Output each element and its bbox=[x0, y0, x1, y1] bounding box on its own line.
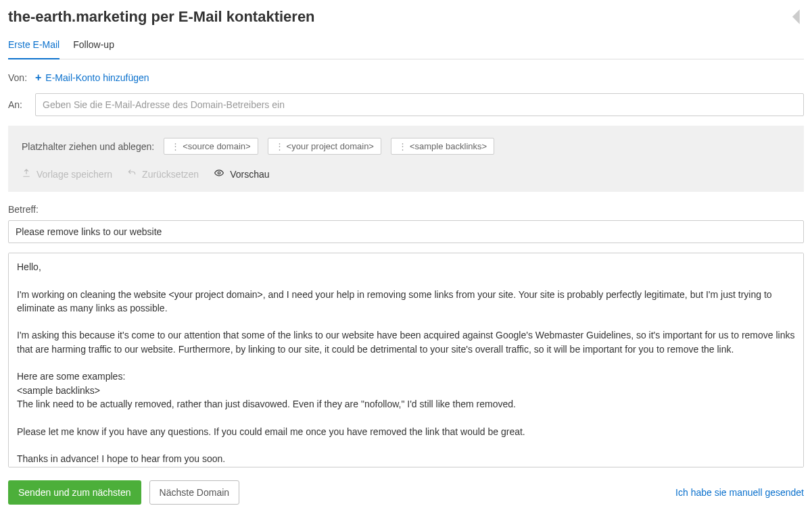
subject-label: Betreff: bbox=[8, 204, 804, 215]
placeholder-panel: Platzhalter ziehen und ablegen: ⋮<source… bbox=[8, 126, 804, 192]
from-row: Von: + E-Mail-Konto hinzufügen bbox=[8, 72, 804, 84]
chip-project-domain[interactable]: ⋮<your project domain> bbox=[268, 138, 381, 155]
chip-sample-backlinks[interactable]: ⋮<sample backlinks> bbox=[391, 138, 494, 155]
tab-first-email[interactable]: Erste E-Mail bbox=[8, 39, 59, 59]
subject-input[interactable] bbox=[8, 220, 804, 243]
to-row: An: bbox=[8, 93, 804, 116]
undo-icon bbox=[127, 168, 137, 180]
footer: Senden und zum nächsten Nächste Domain I… bbox=[8, 480, 804, 505]
upload-icon bbox=[22, 168, 31, 180]
manual-sent-link[interactable]: Ich habe sie manuell gesendet bbox=[675, 487, 804, 498]
from-label: Von: bbox=[8, 72, 28, 83]
add-email-account-label: E-Mail-Konto hinzufügen bbox=[45, 72, 149, 83]
drag-icon: ⋮ bbox=[398, 141, 406, 151]
svg-point-0 bbox=[218, 172, 220, 174]
preview-button[interactable]: Vorschau bbox=[214, 168, 269, 180]
plus-icon: + bbox=[35, 72, 41, 84]
save-template-button: Vorlage speichern bbox=[22, 168, 112, 180]
to-input[interactable] bbox=[35, 93, 804, 116]
page-title: the-earth.marketing per E-Mail kontaktie… bbox=[8, 8, 315, 26]
drag-icon: ⋮ bbox=[275, 141, 283, 151]
body-textarea[interactable] bbox=[8, 253, 804, 467]
next-domain-button[interactable]: Nächste Domain bbox=[149, 480, 240, 505]
to-label: An: bbox=[8, 99, 28, 110]
add-email-account-link[interactable]: + E-Mail-Konto hinzufügen bbox=[35, 72, 149, 84]
send-and-next-button[interactable]: Senden und zum nächsten bbox=[8, 480, 141, 505]
placeholder-label: Platzhalter ziehen und ablegen: bbox=[22, 141, 154, 152]
collapse-icon[interactable]: ◤ bbox=[790, 7, 809, 26]
drag-icon: ⋮ bbox=[171, 141, 178, 151]
chip-source-domain[interactable]: ⋮<source domain> bbox=[164, 138, 258, 155]
tab-followup[interactable]: Follow-up bbox=[73, 39, 114, 59]
tabs: Erste E-Mail Follow-up bbox=[8, 39, 804, 59]
eye-icon bbox=[214, 168, 224, 180]
reset-button: Zurücksetzen bbox=[127, 168, 199, 180]
